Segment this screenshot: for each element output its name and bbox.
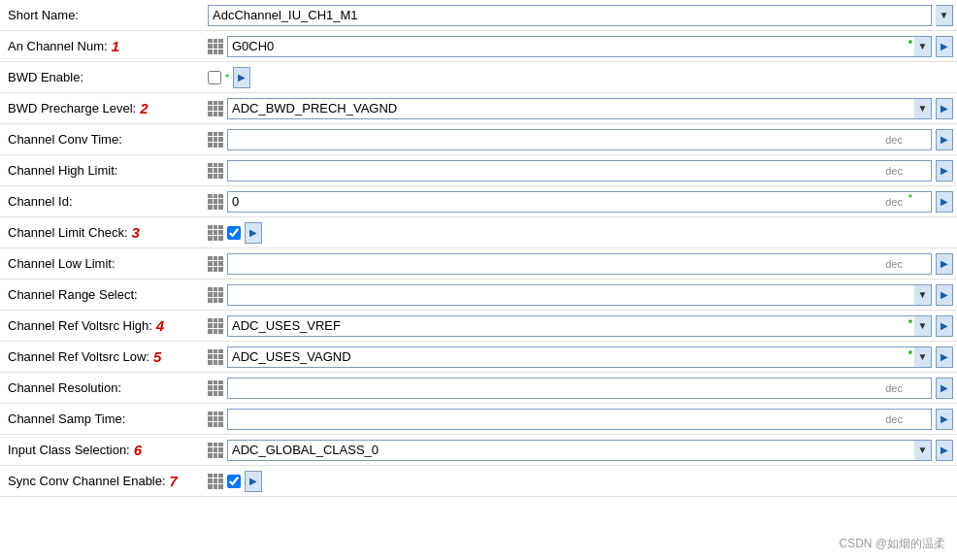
label-channel-conv-time: Channel Conv Time: xyxy=(0,128,204,150)
label-channel-range-select: Channel Range Select: xyxy=(0,283,204,306)
blue-arrow-btn-channel-id[interactable]: ▶ xyxy=(936,191,953,213)
blue-arrow-btn-channel-conv-time[interactable]: ▶ xyxy=(936,129,953,150)
grid-icon xyxy=(208,443,223,458)
control-area-an-channel-num: G0CH0▼*▶ xyxy=(204,34,957,59)
annotation-channel-limit-check: 3 xyxy=(132,224,140,241)
blue-arrow-btn-sync-conv-channel-enable[interactable]: ▶ xyxy=(245,471,262,492)
grid-icon xyxy=(208,380,223,396)
text-input-channel-samp-time[interactable] xyxy=(227,409,932,430)
dropdown-arrow-channel-ref-voltsrc-low[interactable]: ▼ xyxy=(914,346,932,368)
blue-arrow-btn-channel-ref-voltsrc-low[interactable]: ▶ xyxy=(936,346,953,368)
input-wrap-channel-resolution: dec xyxy=(227,378,932,399)
blue-arrow-btn-input-class-selection[interactable]: ▶ xyxy=(936,440,953,461)
label-channel-high-limit: Channel High Limit: xyxy=(0,159,204,181)
label-an-channel-num: An Channel Num: 1 xyxy=(0,34,204,58)
dropdown-channel-range-select[interactable] xyxy=(227,284,932,306)
text-input-channel-low-limit[interactable] xyxy=(227,253,932,275)
dropdown-wrapper-channel-ref-voltsrc-low: ADC_USES_VAGND▼* xyxy=(227,346,932,368)
form-row-an-channel-num: An Channel Num: 1G0CH0▼*▶ xyxy=(0,31,957,62)
control-area-channel-range-select: ▼▶ xyxy=(204,282,957,308)
dropdown-arrow-an-channel-num[interactable]: ▼ xyxy=(914,36,932,57)
dropdown-an-channel-num[interactable]: G0CH0 xyxy=(227,36,932,57)
annotation-sync-conv-channel-enable: 7 xyxy=(170,473,178,489)
star-badge-channel-ref-voltsrc-high: * xyxy=(908,317,912,329)
checkbox-area-sync-conv-channel-enable: ▶ xyxy=(208,471,262,492)
control-area-channel-low-limit: dec▶ xyxy=(204,251,957,277)
text-input-channel-conv-time[interactable] xyxy=(227,129,932,150)
control-area-channel-samp-time: dec▶ xyxy=(204,407,957,432)
control-area-channel-resolution: dec▶ xyxy=(204,376,957,401)
checkbox-channel-limit-check[interactable] xyxy=(227,226,241,240)
dropdown-wrapper-bwd-precharge-level: ADC_BWD_PRECH_VAGND▼ xyxy=(227,98,932,119)
star-badge-channel-ref-voltsrc-low: * xyxy=(908,348,912,360)
blue-arrow-btn-channel-range-select[interactable]: ▶ xyxy=(936,284,953,306)
form-row-channel-ref-voltsrc-high: Channel Ref Voltsrc High: 4ADC_USES_VREF… xyxy=(0,311,957,342)
input-wrap-channel-conv-time: dec xyxy=(227,129,932,150)
dropdown-arrow-channel-range-select[interactable]: ▼ xyxy=(914,284,932,306)
blue-arrow-btn-channel-samp-time[interactable]: ▶ xyxy=(936,409,953,430)
control-area-channel-ref-voltsrc-high: ADC_USES_VREF▼*▶ xyxy=(204,313,957,339)
blue-arrow-btn-channel-resolution[interactable]: ▶ xyxy=(936,378,953,399)
blue-arrow-btn-channel-low-limit[interactable]: ▶ xyxy=(936,253,953,275)
checkbox-sync-conv-channel-enable[interactable] xyxy=(227,475,241,488)
annotation-input-class-selection: 6 xyxy=(134,442,142,458)
annotation-bwd-precharge-level: 2 xyxy=(140,100,148,116)
annotation-channel-ref-voltsrc-low: 5 xyxy=(153,348,161,365)
form-row-channel-resolution: Channel Resolution:dec▶ xyxy=(0,373,957,404)
control-area-channel-id: dec*▶ xyxy=(204,189,957,214)
form-container: Short Name:▼An Channel Num: 1G0CH0▼*▶BWD… xyxy=(0,0,957,560)
text-input-channel-resolution[interactable] xyxy=(227,378,932,399)
dropdown-wrapper-an-channel-num: G0CH0▼* xyxy=(227,36,932,57)
grid-icon xyxy=(208,39,223,54)
star-bwd-enable: * xyxy=(225,72,229,83)
grid-icon xyxy=(208,412,223,427)
label-channel-samp-time: Channel Samp Time: xyxy=(0,408,204,430)
label-sync-conv-channel-enable: Sync Conv Channel Enable: 7 xyxy=(0,469,204,493)
form-row-channel-samp-time: Channel Samp Time:dec▶ xyxy=(0,404,957,435)
control-area-bwd-precharge-level: ADC_BWD_PRECH_VAGND▼▶ xyxy=(204,96,957,121)
grid-icon xyxy=(208,287,223,303)
form-row-input-class-selection: Input Class Selection: 6ADC_GLOBAL_CLASS… xyxy=(0,435,957,466)
dropdown-arrow-short-name[interactable]: ▼ xyxy=(936,5,953,26)
label-short-name: Short Name: xyxy=(0,4,204,26)
blue-arrow-btn-channel-ref-voltsrc-high[interactable]: ▶ xyxy=(936,315,953,337)
dropdown-wrapper-channel-ref-voltsrc-high: ADC_USES_VREF▼* xyxy=(227,315,932,337)
dropdown-channel-ref-voltsrc-high[interactable]: ADC_USES_VREF xyxy=(227,315,932,337)
star-channel-id: * xyxy=(908,193,912,204)
grid-icon xyxy=(208,163,223,179)
dropdown-arrow-input-class-selection[interactable]: ▼ xyxy=(914,440,932,461)
dropdown-arrow-bwd-precharge-level[interactable]: ▼ xyxy=(914,98,932,119)
grid-icon xyxy=(208,194,223,210)
form-row-bwd-enable: BWD Enable:*▶ xyxy=(0,62,957,93)
text-input-channel-id[interactable] xyxy=(227,191,932,213)
dropdown-input-class-selection[interactable]: ADC_GLOBAL_CLASS_0 xyxy=(227,440,932,461)
control-area-channel-conv-time: dec▶ xyxy=(204,127,957,152)
dropdown-arrow-channel-ref-voltsrc-high[interactable]: ▼ xyxy=(914,315,932,337)
control-area-channel-limit-check: ▶ xyxy=(204,220,957,246)
blue-arrow-btn-bwd-enable[interactable]: ▶ xyxy=(233,67,250,88)
grid-icon xyxy=(208,318,223,334)
form-row-channel-ref-voltsrc-low: Channel Ref Voltsrc Low: 5ADC_USES_VAGND… xyxy=(0,342,957,373)
checkbox-bwd-enable[interactable] xyxy=(208,71,221,84)
label-channel-ref-voltsrc-low: Channel Ref Voltsrc Low: 5 xyxy=(0,345,204,369)
text-input-channel-high-limit[interactable] xyxy=(227,160,932,181)
control-area-channel-ref-voltsrc-low: ADC_USES_VAGND▼*▶ xyxy=(204,345,957,370)
label-channel-low-limit: Channel Low Limit: xyxy=(0,252,204,275)
input-wrap-channel-samp-time: dec xyxy=(227,409,932,430)
input-wrap-channel-id: dec* xyxy=(227,191,932,213)
blue-arrow-btn-channel-limit-check[interactable]: ▶ xyxy=(245,222,262,244)
control-area-sync-conv-channel-enable: ▶ xyxy=(204,469,957,494)
blue-arrow-btn-bwd-precharge-level[interactable]: ▶ xyxy=(936,98,953,119)
control-area-short-name: ▼ xyxy=(204,3,957,28)
dropdown-channel-ref-voltsrc-low[interactable]: ADC_USES_VAGND xyxy=(227,346,932,368)
blue-arrow-btn-channel-high-limit[interactable]: ▶ xyxy=(936,160,953,181)
label-channel-limit-check: Channel Limit Check: 3 xyxy=(0,220,204,245)
dropdown-bwd-precharge-level[interactable]: ADC_BWD_PRECH_VAGND xyxy=(227,98,932,119)
checkbox-area-channel-limit-check: ▶ xyxy=(208,222,262,244)
annotation-channel-ref-voltsrc-high: 4 xyxy=(156,317,164,334)
control-area-channel-high-limit: dec▶ xyxy=(204,158,957,183)
label-channel-id: Channel Id: xyxy=(0,190,204,213)
blue-arrow-btn-an-channel-num[interactable]: ▶ xyxy=(936,36,953,57)
form-row-sync-conv-channel-enable: Sync Conv Channel Enable: 7▶ xyxy=(0,466,957,497)
text-input-short-name[interactable] xyxy=(208,5,932,26)
